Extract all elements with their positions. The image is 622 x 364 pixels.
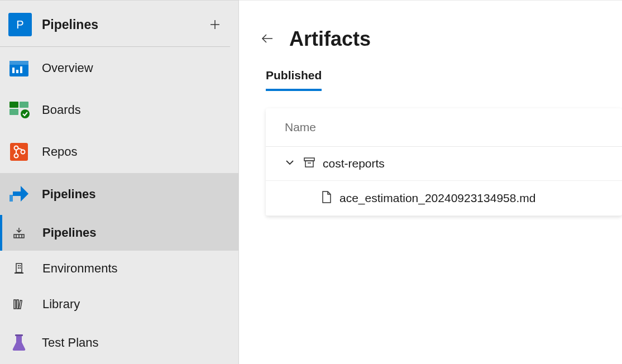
environments-icon <box>12 262 26 275</box>
main-content: Artifacts Published Name cost-reports <box>239 0 622 364</box>
sidebar-item-label: Pipelines <box>42 187 96 202</box>
svg-rect-23 <box>18 267 19 269</box>
svg-rect-25 <box>15 272 23 274</box>
sidebar-subitem-library[interactable]: Library <box>0 286 238 322</box>
pipelines-sub-icon <box>12 226 26 240</box>
page-header: Artifacts <box>239 27 622 51</box>
svg-rect-28 <box>19 300 22 309</box>
sidebar-item-test-plans[interactable]: Test Plans <box>0 322 238 364</box>
chevron-down-icon <box>285 157 295 170</box>
test-plans-icon <box>8 332 30 353</box>
project-header: P Pipelines <box>0 1 230 47</box>
sidebar-item-label: Boards <box>42 103 81 117</box>
svg-point-10 <box>21 109 30 118</box>
page-title: Artifacts <box>289 27 371 51</box>
svg-rect-6 <box>20 66 22 73</box>
archive-icon <box>304 157 315 170</box>
sidebar-item-overview[interactable]: Overview <box>0 47 238 89</box>
sidebar-subitem-pipelines[interactable]: Pipelines <box>0 215 238 251</box>
repos-icon <box>8 141 30 162</box>
svg-rect-21 <box>18 265 19 266</box>
column-header-name[interactable]: Name <box>285 121 622 134</box>
arrow-left-icon <box>261 33 274 44</box>
project-name[interactable]: Pipelines <box>42 17 208 32</box>
artifact-card: Name cost-reports <box>266 108 622 216</box>
add-button[interactable] <box>208 18 222 31</box>
svg-rect-9 <box>9 109 18 115</box>
svg-rect-29 <box>15 334 23 336</box>
svg-rect-5 <box>16 70 18 73</box>
sidebar-item-repos[interactable]: Repos <box>0 131 238 173</box>
plus-icon <box>209 19 221 30</box>
sidebar-item-pipelines[interactable]: Pipelines <box>0 173 238 215</box>
artifact-table-header: Name <box>266 108 622 147</box>
svg-rect-4 <box>12 68 15 73</box>
sidebar-subitem-label: Environments <box>42 261 118 276</box>
tabs: Published <box>239 69 622 92</box>
sidebar-subitem-label: Pipelines <box>42 226 97 240</box>
svg-rect-26 <box>14 300 16 309</box>
library-icon <box>12 298 26 311</box>
svg-rect-24 <box>20 267 21 269</box>
svg-rect-32 <box>305 161 313 167</box>
svg-rect-7 <box>9 102 18 108</box>
boards-icon <box>8 99 30 121</box>
artifact-folder-name: cost-reports <box>323 157 385 170</box>
tab-published[interactable]: Published <box>266 69 322 91</box>
project-avatar[interactable]: P <box>8 13 32 36</box>
artifact-file-row[interactable]: ace_estimation_20240923134958.md <box>266 181 622 216</box>
svg-rect-8 <box>20 102 28 108</box>
artifact-file-name: ace_estimation_20240923134958.md <box>339 191 535 205</box>
svg-rect-27 <box>17 300 18 309</box>
sidebar-subitem-environments[interactable]: Environments <box>0 251 238 286</box>
sidebar-item-boards[interactable]: Boards <box>0 89 238 131</box>
svg-rect-22 <box>20 265 21 266</box>
svg-rect-3 <box>9 61 28 65</box>
sidebar-item-label: Test Plans <box>42 336 99 350</box>
artifact-folder-row[interactable]: cost-reports <box>266 147 622 181</box>
overview-icon <box>8 58 30 79</box>
sidebar-item-label: Overview <box>42 61 93 75</box>
sidebar-subitem-label: Library <box>42 297 80 312</box>
sidebar: P Pipelines Overview <box>0 0 239 364</box>
sidebar-item-label: Repos <box>42 145 78 159</box>
file-icon <box>322 191 332 205</box>
back-button[interactable] <box>261 33 272 45</box>
pipelines-icon <box>8 184 30 205</box>
